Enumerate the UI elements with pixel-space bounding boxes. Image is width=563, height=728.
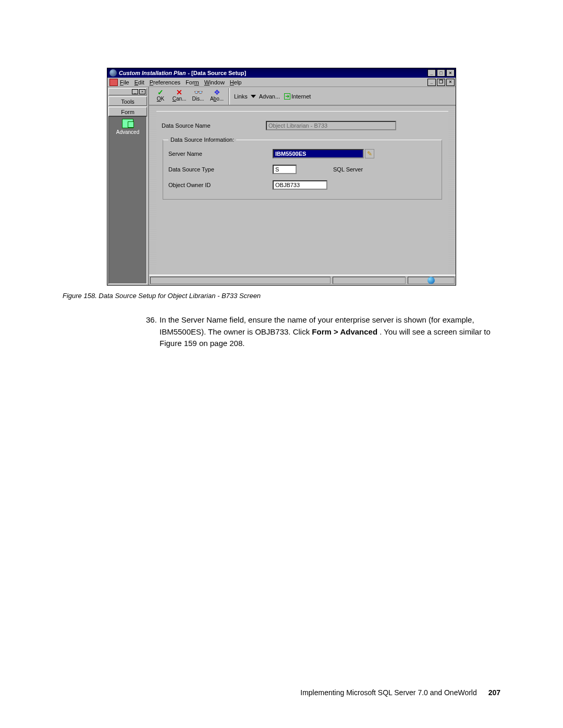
server-field[interactable] bbox=[273, 149, 364, 158]
about-icon: ❖ bbox=[213, 88, 221, 95]
ds-info-legend: Data Source Information: bbox=[168, 137, 236, 143]
internet-icon: ➜ bbox=[284, 93, 290, 100]
advan-button[interactable]: Advan... bbox=[259, 93, 280, 100]
advanced-label[interactable]: Advanced bbox=[116, 129, 139, 135]
step-body: In the Server Name field, ensure the nam… bbox=[160, 314, 500, 350]
sidebar-form-button[interactable]: Form bbox=[108, 107, 147, 116]
menu-help[interactable]: Help bbox=[230, 79, 242, 85]
status-globe bbox=[408, 277, 455, 284]
step-bold: Form > Advanced bbox=[312, 327, 377, 336]
statusbar bbox=[149, 275, 456, 285]
main-area: ✓ OK ✕ Can... 👓 Dis... ❖ Abo... bbox=[149, 87, 456, 285]
maximize-button[interactable]: □ bbox=[437, 69, 445, 77]
check-icon: ✓ bbox=[156, 88, 165, 95]
display-button[interactable]: 👓 Dis... bbox=[189, 88, 207, 102]
sidebar-tools-button[interactable]: Tools bbox=[108, 96, 147, 106]
app-icon bbox=[109, 69, 117, 77]
dstype-text: SQL Server bbox=[333, 166, 363, 172]
toolbar: ✓ OK ✕ Can... 👓 Dis... ❖ Abo... bbox=[149, 87, 456, 106]
internet-button[interactable]: ➜ Internet bbox=[284, 93, 311, 100]
dropdown-icon[interactable] bbox=[251, 95, 256, 98]
app-window: Custom Installation Plan - [Data Source … bbox=[107, 68, 456, 286]
toolbar-links: Links Advan... ➜ Internet bbox=[234, 88, 311, 105]
about-button[interactable]: ❖ Abo... bbox=[207, 88, 226, 102]
glasses-icon: 👓 bbox=[194, 88, 202, 95]
dstype-code-field[interactable] bbox=[273, 165, 297, 174]
step-36: 36. In the Server Name field, ensure the… bbox=[146, 314, 500, 350]
form-area: Data Source Name Data Source Information… bbox=[149, 106, 456, 275]
status-cell-2 bbox=[333, 277, 406, 284]
figure-caption: Figure 158. Data Source Setup for Object… bbox=[63, 292, 500, 300]
child-restore-button[interactable]: ❐ bbox=[437, 79, 445, 86]
page-footer: Implementing Microsoft SQL Server 7.0 an… bbox=[300, 688, 500, 697]
menubar: File Edit Preferences Form Window Help _… bbox=[107, 78, 456, 87]
title-main: Custom Installation Plan bbox=[119, 70, 186, 76]
title-sub: - [Data Source Setup] bbox=[188, 70, 246, 76]
footer-text: Implementing Microsoft SQL Server 7.0 an… bbox=[300, 688, 476, 697]
titlebar: Custom Installation Plan - [Data Source … bbox=[107, 68, 456, 78]
sidebar: _ × Tools Form Advanced bbox=[107, 87, 149, 285]
x-icon: ✕ bbox=[175, 88, 183, 95]
doc-icon bbox=[109, 79, 118, 86]
close-button[interactable]: × bbox=[446, 69, 455, 77]
step-number: 36. bbox=[146, 314, 160, 350]
advanced-icon[interactable] bbox=[122, 119, 133, 128]
links-label: Links bbox=[234, 93, 248, 100]
page-number: 207 bbox=[488, 688, 500, 697]
dsn-label: Data Source Name bbox=[162, 122, 266, 129]
sidebar-close-icon[interactable]: × bbox=[139, 89, 145, 94]
minimize-button[interactable]: _ bbox=[427, 69, 436, 77]
child-minimize-button[interactable]: _ bbox=[427, 79, 436, 86]
menu-window[interactable]: Window bbox=[204, 79, 225, 85]
dsn-field bbox=[266, 121, 396, 130]
ok-button[interactable]: ✓ OK bbox=[151, 88, 170, 102]
globe-icon bbox=[427, 277, 435, 284]
menu-file[interactable]: File bbox=[120, 79, 129, 85]
sidebar-header: _ × bbox=[108, 88, 147, 95]
menu-edit[interactable]: Edit bbox=[134, 79, 144, 85]
server-picker-button[interactable]: ✎ bbox=[365, 149, 374, 158]
sidebar-panel: Advanced bbox=[108, 116, 147, 284]
cancel-button[interactable]: ✕ Can... bbox=[170, 88, 189, 102]
server-label: Server Name bbox=[168, 151, 273, 157]
toolbar-divider bbox=[228, 88, 230, 105]
owner-label: Object Owner ID bbox=[168, 182, 273, 188]
owner-field[interactable] bbox=[273, 180, 327, 190]
internet-label: Internet bbox=[291, 93, 311, 100]
menu-form[interactable]: Form bbox=[186, 79, 199, 85]
sidebar-min-icon[interactable]: _ bbox=[132, 89, 138, 94]
menu-preferences[interactable]: Preferences bbox=[150, 79, 180, 85]
child-close-button[interactable]: × bbox=[446, 79, 455, 86]
dstype-label: Data Source Type bbox=[168, 166, 273, 172]
status-cell-1 bbox=[150, 277, 331, 284]
ds-info-group: Data Source Information: Server Name ✎ D… bbox=[163, 137, 442, 200]
